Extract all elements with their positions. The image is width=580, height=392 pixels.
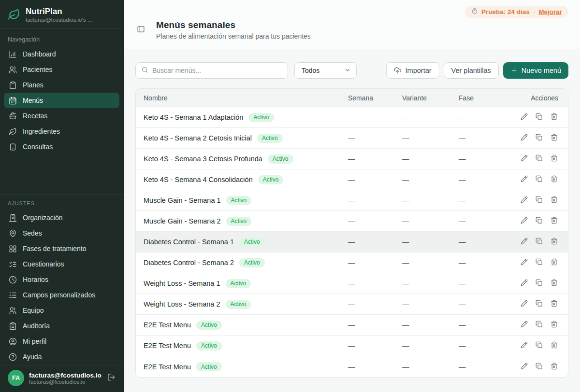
- new-menu-button[interactable]: Nuevo menú: [503, 62, 568, 79]
- sidebar-item-ayuda[interactable]: Ayuda: [4, 349, 119, 364]
- edit-button[interactable]: [520, 216, 528, 226]
- user-footer[interactable]: FA facturas@fcostudios.io facturas@fcost…: [0, 365, 123, 392]
- upgrade-link[interactable]: Mejorar: [538, 8, 562, 15]
- trash-icon: [551, 238, 558, 246]
- sidebar-item-recetas[interactable]: Recetas: [4, 108, 119, 124]
- search-input[interactable]: [152, 67, 282, 74]
- fase-cell: —: [459, 217, 514, 225]
- duplicate-button[interactable]: [535, 320, 543, 330]
- delete-button[interactable]: [550, 133, 558, 143]
- view-templates-button[interactable]: Ver plantillas: [444, 62, 499, 79]
- duplicate-button[interactable]: [535, 237, 543, 247]
- table-row[interactable]: E2E Test MenuActivo———: [136, 315, 568, 336]
- sidebar-toggle-button[interactable]: [137, 25, 145, 35]
- sidebar-item-campos-personalizados[interactable]: Campos personalizados: [4, 287, 119, 303]
- copy-icon: [536, 175, 543, 184]
- menu-name-cell: Weight Loss - Semana 1Activo: [144, 279, 348, 288]
- duplicate-button[interactable]: [535, 362, 543, 372]
- variante-cell: —: [402, 300, 459, 308]
- sidebar-item-dashboard[interactable]: Dashboard: [4, 46, 119, 62]
- table-row[interactable]: Keto 4S - Semana 2 Cetosis InicialActivo…: [136, 128, 568, 149]
- edit-button[interactable]: [520, 175, 528, 184]
- duplicate-button[interactable]: [535, 196, 543, 205]
- delete-button[interactable]: [550, 237, 558, 247]
- edit-button[interactable]: [520, 341, 528, 350]
- table-row[interactable]: Muscle Gain - Semana 1Activo———: [136, 190, 568, 211]
- delete-button[interactable]: [550, 362, 558, 372]
- copy-icon: [536, 321, 543, 329]
- sidebar-item-cuestionarios[interactable]: Cuestionarios: [4, 256, 119, 272]
- help-circle-icon: [9, 353, 17, 361]
- table-row[interactable]: Weight Loss - Semana 1Activo———: [136, 273, 568, 294]
- fase-cell: —: [459, 238, 514, 246]
- table-row[interactable]: E2E Test MenuActivo———: [136, 356, 568, 377]
- duplicate-button[interactable]: [535, 216, 543, 226]
- sidebar-item-horarios[interactable]: Horarios: [4, 272, 119, 287]
- table-row[interactable]: Keto 4S - Semana 1 AdaptaciónActivo———: [136, 107, 568, 128]
- edit-button[interactable]: [520, 279, 528, 288]
- delete-button[interactable]: [550, 279, 558, 288]
- logout-button[interactable]: [107, 373, 116, 383]
- edit-button[interactable]: [520, 112, 528, 122]
- delete-button[interactable]: [550, 216, 558, 226]
- delete-button[interactable]: [550, 258, 558, 267]
- duplicate-button[interactable]: [535, 154, 543, 164]
- edit-button[interactable]: [520, 237, 528, 247]
- edit-button[interactable]: [520, 362, 528, 372]
- semana-cell: —: [348, 280, 402, 287]
- delete-button[interactable]: [550, 196, 558, 205]
- delete-button[interactable]: [550, 112, 558, 122]
- duplicate-button[interactable]: [535, 133, 543, 143]
- table-row[interactable]: Keto 4S - Semana 3 Cetosis ProfundaActiv…: [136, 149, 568, 169]
- sidebar-item-consultas[interactable]: Consultas: [4, 139, 119, 154]
- sidebar-item-organizacion[interactable]: Organización: [4, 210, 119, 225]
- delete-button[interactable]: [550, 341, 558, 350]
- row-actions: [514, 112, 558, 122]
- duplicate-button[interactable]: [535, 112, 543, 122]
- table-row[interactable]: Weight Loss - Semana 2Activo———: [136, 294, 568, 315]
- edit-button[interactable]: [520, 154, 528, 164]
- duplicate-button[interactable]: [535, 175, 543, 184]
- bar-chart-icon: [9, 50, 17, 58]
- sidebar-item-label: Cuestionarios: [23, 260, 64, 268]
- sidebar-item-planes[interactable]: Planes: [4, 77, 119, 93]
- duplicate-button[interactable]: [535, 341, 543, 350]
- delete-button[interactable]: [550, 175, 558, 184]
- view-templates-label: Ver plantillas: [451, 67, 491, 74]
- delete-button[interactable]: [550, 299, 558, 309]
- edit-button[interactable]: [520, 196, 528, 205]
- edit-button[interactable]: [520, 299, 528, 309]
- menu-name-cell: Keto 4S - Semana 3 Cetosis ProfundaActiv…: [144, 154, 348, 164]
- duplicate-button[interactable]: [535, 299, 543, 309]
- sidebar-item-menus[interactable]: Menús: [4, 93, 119, 108]
- edit-button[interactable]: [520, 320, 528, 330]
- table-row[interactable]: Diabetes Control - Semana 1Activo———: [136, 232, 568, 252]
- sidebar-item-fases-de-tratamiento[interactable]: Fases de tratamiento: [4, 241, 119, 256]
- sidebar-item-pacientes[interactable]: Pacientes: [4, 62, 119, 77]
- import-button[interactable]: Importar: [386, 62, 439, 79]
- pencil-icon: [521, 113, 528, 122]
- sidebar-item-ingredientes[interactable]: Ingredientes: [4, 124, 119, 139]
- delete-button[interactable]: [550, 320, 558, 330]
- filter-select[interactable]: Todos: [294, 62, 357, 79]
- table-row[interactable]: Keto 4S - Semana 4 ConsolidaciónActivo——…: [136, 169, 568, 190]
- semana-cell: —: [348, 238, 402, 246]
- table-row[interactable]: E2E Test MenuActivo———: [136, 336, 568, 356]
- edit-button[interactable]: [520, 133, 528, 143]
- sidebar-item-auditoria[interactable]: Auditoría: [4, 318, 119, 334]
- trash-icon: [551, 321, 558, 329]
- delete-button[interactable]: [550, 154, 558, 164]
- table-row[interactable]: Muscle Gain - Semana 2Activo———: [136, 211, 568, 232]
- sidebar-item-mi-perfil[interactable]: Mi perfil: [4, 334, 119, 349]
- table-row[interactable]: Diabetes Control - Semana 2Activo———: [136, 252, 568, 273]
- chevron-down-icon: [344, 67, 351, 75]
- edit-button[interactable]: [520, 258, 528, 267]
- menu-name-cell: Weight Loss - Semana 2Activo: [144, 300, 348, 309]
- row-actions: [514, 362, 558, 372]
- copy-icon: [536, 154, 543, 163]
- duplicate-button[interactable]: [535, 279, 543, 288]
- sidebar-item-sedes[interactable]: Sedes: [4, 225, 119, 241]
- sidebar-item-equipo[interactable]: Equipo: [4, 303, 119, 318]
- search-box[interactable]: [135, 62, 288, 79]
- duplicate-button[interactable]: [535, 258, 543, 267]
